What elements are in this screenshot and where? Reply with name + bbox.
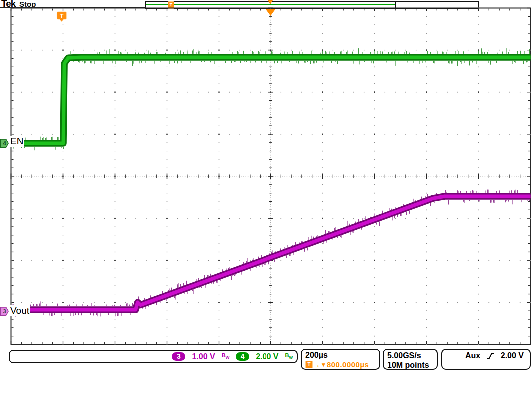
trace-noise [200,51,200,54]
trace-noise [252,51,253,54]
trace-noise [444,52,444,54]
trace-noise [156,52,157,54]
trace-noise [478,200,479,201]
trace-noise [86,61,86,63]
channel4-badge[interactable]: 4 [236,352,249,361]
trace-noise [225,61,226,63]
trace-noise [346,52,347,53]
trace-noise [264,264,265,265]
delay-marker-icon: ▼ [321,361,327,368]
trace-noise [316,61,317,63]
trace-noise [529,200,530,201]
trace-noise [192,290,193,291]
trace-noise [92,303,92,306]
trace-noise [351,232,351,235]
trace-noise [307,248,308,250]
delay-position-icon[interactable] [266,9,275,16]
channel3-bandwidth-icon: BW [222,353,230,360]
trace-noise [336,61,336,62]
trace-noise [101,313,101,316]
channel4-position-marker[interactable]: 4 [0,139,9,148]
trace-noise [517,51,518,54]
trace-noise [144,298,145,300]
trace-noise [59,137,59,140]
trace-noise [155,61,155,64]
trace-noise [201,61,202,62]
trace-noise [197,279,197,281]
channel4-scale[interactable]: 2.00 V [256,352,278,361]
trace-noise [342,235,342,238]
trace-noise [307,61,308,62]
trace-noise [268,262,269,264]
trace-noise [141,61,142,63]
trace-noise [436,193,437,195]
trace-noise [471,191,471,193]
channel3-scale[interactable]: 1.00 V [192,352,215,361]
sample-rate: 5.00GS/s [387,351,437,360]
trace-noise [99,52,100,54]
channel3-position-marker[interactable]: 3 [0,307,9,316]
timebase-readout-box[interactable]: 200µs T → ▼ 800.0000µs [301,349,380,370]
trace-noise [313,237,314,239]
trace-noise [520,51,521,54]
channel3-marker-number: 3 [3,308,6,314]
trace-noise [156,303,157,305]
trace-noise [258,257,259,259]
trace-noise [285,52,285,54]
record-length: 10M points [387,360,437,370]
trace-noise [128,52,128,54]
trace-noise [108,313,109,315]
trace-noise [289,61,290,62]
trace-noise [143,308,143,309]
trace-noise [194,289,194,294]
trace-noise [390,208,390,211]
trigger-readout-box[interactable]: Aux 2.00 V [441,349,531,370]
trace-noise [113,61,113,63]
trace-noise [324,242,324,244]
trace-noise [523,61,524,64]
trace-noise [146,307,146,309]
channel-readout-bar[interactable]: 3 1.00 V BW 4 2.00 V BW [9,350,298,363]
trace-noise [495,200,495,203]
trace-noise [297,61,297,63]
delay-marker-mini-icon[interactable] [268,0,273,4]
channel4-bandwidth-icon: BW [285,353,293,360]
trace-noise [210,61,211,62]
trace-noise [465,61,465,63]
trace-noise [487,190,488,193]
trace-noise [420,61,420,64]
trace-noise [427,194,428,197]
trace-noise [457,61,458,66]
channel3-badge[interactable]: 3 [172,352,185,361]
trace-noise [191,61,191,63]
trace-noise [405,52,405,54]
trace-noise [74,61,74,62]
trace-noise [414,61,414,63]
trace-noise [150,53,151,54]
trigger-level: 2.00 V [501,351,524,360]
trace-noise [236,274,236,275]
trace-noise [406,51,407,54]
trace-noise [204,61,205,62]
trace-noise [257,266,257,268]
trace-noise [122,53,122,54]
trace-noise [92,61,92,63]
trace-noise [372,61,372,63]
trace-noise [294,253,294,255]
trace-noise [248,258,248,262]
trace-noise [477,61,477,64]
trace-noise [71,51,71,54]
trace-noise [280,248,281,250]
trace-noise [514,190,515,192]
acquisition-readout-box[interactable]: 5.00GS/s 10M points [383,349,438,370]
trace-noise [450,61,450,64]
trace-noise [167,299,167,301]
trace-noise [132,61,133,66]
trace-noise [327,241,327,243]
trace-noise [484,52,485,54]
trace-noise [246,61,247,62]
trace-noise [242,272,242,275]
trace-noise [47,304,47,306]
trace-noise [292,51,293,54]
trace-noise [146,61,146,63]
